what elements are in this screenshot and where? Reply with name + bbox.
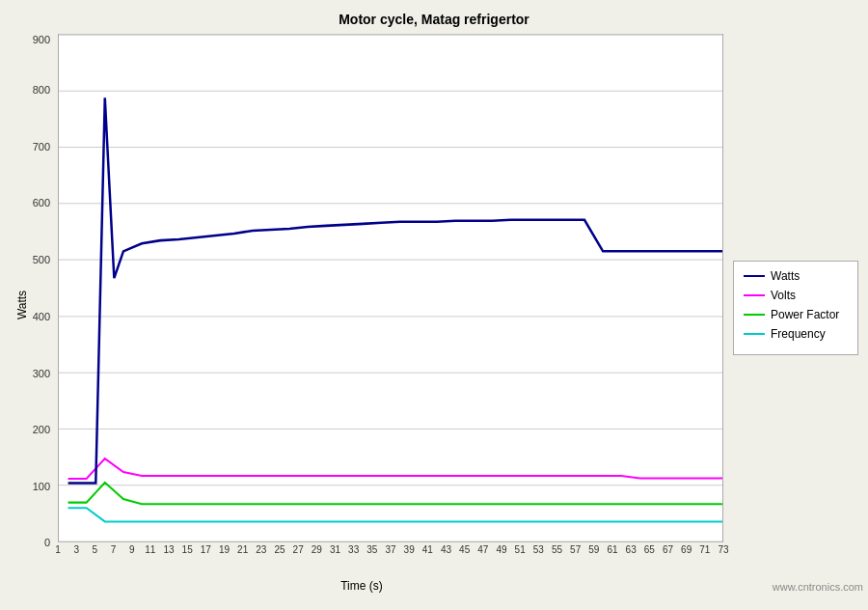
y-tick-100: 100 [33, 481, 50, 492]
x-tick-21: 21 [237, 544, 248, 555]
legend-line-frequency [744, 333, 765, 335]
x-tick-27: 27 [293, 544, 304, 555]
x-tick-53: 53 [533, 544, 544, 555]
x-tick-19: 19 [219, 544, 230, 555]
x-axis-label: Time (s) [0, 579, 723, 593]
x-tick-65: 65 [644, 544, 655, 555]
x-tick-37: 37 [385, 544, 395, 555]
x-tick-15: 15 [182, 544, 193, 555]
x-tick-49: 49 [496, 544, 506, 555]
x-tick-43: 43 [441, 544, 451, 555]
frequency-line [68, 508, 722, 521]
watts-line [68, 97, 722, 483]
x-tick-63: 63 [626, 544, 637, 555]
y-tick-900: 900 [33, 34, 50, 45]
x-tick-25: 25 [274, 544, 285, 555]
x-tick-17: 17 [201, 544, 211, 555]
volts-line [68, 458, 722, 479]
y-tick-0: 0 [44, 537, 50, 548]
y-tick-800: 800 [33, 84, 50, 96]
legend-item-watts: Watts [744, 269, 848, 283]
legend-item-volts: Volts [744, 289, 848, 302]
watermark: www.cntronics.com [773, 581, 863, 593]
legend-label-power-factor: Power Factor [771, 308, 839, 321]
x-tick-1: 1 [55, 544, 61, 555]
x-tick-41: 41 [422, 544, 433, 555]
y-tick-400: 400 [33, 311, 50, 322]
x-tick-29: 29 [312, 544, 322, 555]
power-factor-line [68, 483, 722, 504]
x-tick-5: 5 [93, 544, 98, 555]
x-tick-51: 51 [515, 544, 526, 555]
chart-area [58, 34, 723, 542]
y-tick-300: 300 [33, 368, 50, 379]
x-tick-55: 55 [552, 544, 562, 555]
x-tick-45: 45 [459, 544, 470, 555]
x-tick-71: 71 [699, 544, 710, 555]
x-tick-23: 23 [256, 544, 266, 555]
legend-label-watts: Watts [771, 269, 800, 283]
legend-label-frequency: Frequency [771, 327, 826, 341]
x-tick-59: 59 [588, 544, 599, 555]
legend-item-frequency: Frequency [744, 327, 848, 341]
x-tick-73: 73 [718, 544, 728, 555]
legend: Watts Volts Power Factor Frequency [733, 261, 858, 355]
x-tick-69: 69 [681, 544, 692, 555]
legend-label-volts: Volts [771, 289, 796, 302]
chart-container: Motor cycle, Matag refrigertor Watts [0, 0, 868, 610]
x-tick-61: 61 [607, 544, 617, 555]
x-tick-67: 67 [663, 544, 673, 555]
x-tick-13: 13 [163, 544, 174, 555]
chart-title: Motor cycle, Matag refrigertor [0, 0, 868, 27]
legend-line-power-factor [744, 314, 765, 316]
legend-item-power-factor: Power Factor [744, 308, 848, 321]
x-tick-9: 9 [129, 544, 135, 555]
x-tick-57: 57 [570, 544, 581, 555]
y-tick-600: 600 [33, 197, 50, 208]
legend-line-watts [744, 275, 765, 277]
x-tick-35: 35 [366, 544, 377, 555]
x-tick-47: 47 [477, 544, 488, 555]
x-tick-3: 3 [73, 544, 79, 555]
x-tick-33: 33 [348, 544, 359, 555]
x-tick-11: 11 [145, 544, 155, 555]
y-tick-200: 200 [33, 424, 50, 435]
legend-line-volts [744, 294, 765, 296]
x-tick-7: 7 [111, 544, 117, 555]
x-tick-39: 39 [404, 544, 415, 555]
x-tick-31: 31 [330, 544, 340, 555]
y-tick-700: 700 [33, 141, 50, 152]
y-tick-500: 500 [33, 254, 50, 265]
